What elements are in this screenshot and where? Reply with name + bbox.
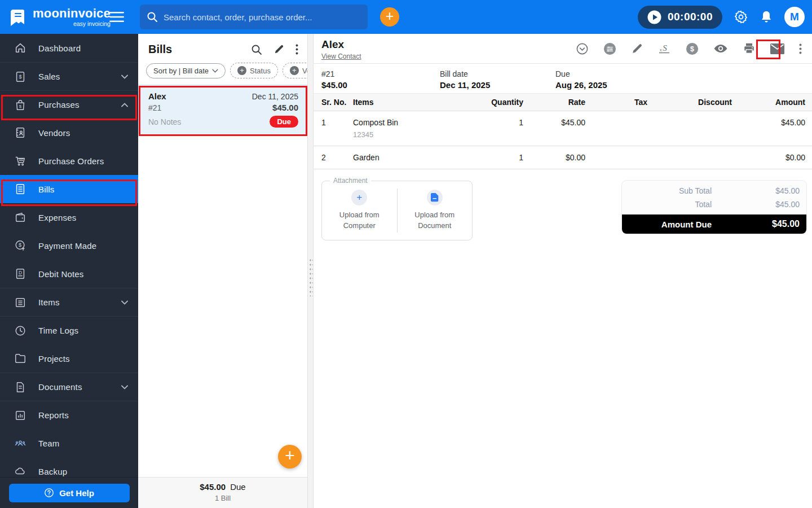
- col-quantity: Quantity: [456, 98, 523, 107]
- cell-item-name: Compost Bin: [353, 118, 456, 127]
- quick-add-button[interactable]: +: [380, 7, 399, 27]
- payment-dollar-icon[interactable]: $: [686, 42, 699, 55]
- app-window: mooninvoice easy invoicing + 00:00:00: [0, 0, 812, 508]
- search-icon: [147, 11, 158, 23]
- footer-bill-count: 1 Bill: [138, 494, 307, 502]
- upload-document-label: Upload from Document: [407, 210, 463, 231]
- bill-list-item[interactable]: Alex Dec 11, 2025 #21 $45.00 No Notes Du…: [138, 84, 307, 134]
- global-search[interactable]: [140, 5, 368, 29]
- drag-grip-icon[interactable]: [308, 257, 313, 296]
- mooninvoice-logo-icon: [8, 7, 27, 27]
- plus-icon: +: [237, 66, 246, 75]
- total-value: $45.00: [732, 200, 800, 209]
- sidebar-item-backup[interactable]: Backup: [0, 457, 138, 477]
- settings-gear-icon[interactable]: [734, 10, 748, 24]
- sidebar-label: Sales: [38, 72, 60, 81]
- sidebar-item-expenses[interactable]: Expenses: [0, 203, 138, 231]
- bill-info-row: #21 $45.00 Bill date Dec 11, 2025 Due Au…: [314, 64, 812, 93]
- sidebar-item-debit-notes[interactable]: D Debit Notes: [0, 260, 138, 288]
- due-status-badge: Due: [270, 116, 298, 128]
- attachment-box: Attachment + Upload from Computer Upload…: [321, 181, 473, 240]
- sidebar-label: Dashboard: [38, 43, 81, 53]
- sort-by-pill[interactable]: Sort by | Bill date: [146, 63, 226, 78]
- sidebar-item-team[interactable]: Team: [0, 429, 138, 457]
- chevron-up-icon: [121, 103, 128, 107]
- cell-amount: $0.00: [732, 153, 805, 162]
- cell-amount: $45.00: [732, 118, 805, 127]
- play-icon[interactable]: [647, 10, 661, 24]
- document-icon: [14, 381, 27, 393]
- clock-icon: [14, 325, 27, 337]
- col-rate: Rate: [523, 98, 585, 107]
- amount-due-label: Amount Due: [629, 220, 732, 229]
- bill-card-date: Dec 11, 2025: [252, 92, 298, 101]
- email-icon[interactable]: [770, 43, 784, 54]
- sidebar-label: Team: [38, 439, 59, 448]
- col-amount: Amount: [732, 98, 805, 107]
- cell-rate: $45.00: [523, 118, 585, 127]
- sidebar-item-payment-made[interactable]: $ Payment Made: [0, 231, 138, 260]
- sidebar-item-purchases[interactable]: $ Purchases: [0, 90, 138, 119]
- col-discount: Discount: [647, 98, 732, 107]
- bills-summary-footer: $45.00Due 1 Bill: [138, 477, 307, 508]
- status-dropdown-icon[interactable]: [576, 42, 589, 55]
- items-table: Sr. No. Items Quantity Rate Tax Discount…: [314, 93, 812, 169]
- sidebar-item-time-logs[interactable]: Time Logs: [0, 316, 138, 344]
- top-header: mooninvoice easy invoicing + 00:00:00: [0, 0, 812, 34]
- sidebar-item-projects[interactable]: Projects: [0, 344, 138, 373]
- cell-rate: $0.00: [523, 153, 585, 162]
- brand-tagline: easy invoicing: [33, 21, 111, 27]
- print-icon[interactable]: [743, 42, 756, 55]
- search-input[interactable]: [164, 12, 361, 22]
- chevron-down-icon: [121, 300, 128, 305]
- status-filter-pill[interactable]: + Status: [230, 63, 278, 78]
- timer-widget[interactable]: 00:00:00: [638, 6, 722, 29]
- svg-text:x: x: [660, 48, 662, 52]
- notifications-bell-icon[interactable]: [760, 10, 773, 24]
- due-date-label: Due: [555, 69, 607, 78]
- sidebar-item-items[interactable]: Items: [0, 288, 138, 316]
- signature-icon[interactable]: Sx: [657, 42, 671, 55]
- bill-amount: $45.00: [321, 80, 440, 90]
- more-menu-icon[interactable]: [799, 43, 802, 54]
- cell-sr: 1: [321, 118, 353, 127]
- bills-panel-title: Bills: [148, 43, 172, 56]
- hamburger-menu-icon[interactable]: [109, 11, 124, 23]
- svg-text:D: D: [19, 270, 22, 275]
- upload-from-computer-button[interactable]: + Upload from Computer: [322, 190, 397, 231]
- edit-pencil-icon[interactable]: [631, 43, 643, 55]
- list-search-icon[interactable]: [251, 44, 262, 55]
- plus-icon: +: [290, 66, 299, 75]
- sidebar-item-documents[interactable]: Documents: [0, 373, 138, 401]
- sidebar-item-reports[interactable]: Reports: [0, 401, 138, 429]
- sidebar-item-bills[interactable]: Bills: [0, 175, 138, 203]
- brand-logo[interactable]: mooninvoice easy invoicing: [0, 7, 105, 27]
- wallet-icon: [14, 211, 27, 224]
- adjustments-tune-icon[interactable]: [603, 42, 616, 55]
- list-edit-pencil-icon[interactable]: [273, 44, 284, 55]
- help-icon: [44, 488, 54, 498]
- totals-card: Sub Total $45.00 Total $45.00 Amount Due…: [622, 181, 806, 234]
- sidebar-label: Reports: [38, 410, 69, 420]
- add-bill-button[interactable]: +: [278, 445, 302, 468]
- panel-resize-divider[interactable]: [307, 34, 314, 508]
- svg-text:$: $: [19, 74, 21, 80]
- col-sr-no: Sr. No.: [321, 98, 353, 107]
- sidebar-item-dashboard[interactable]: Dashboard: [0, 34, 138, 62]
- sidebar-label: Debit Notes: [38, 269, 84, 279]
- get-help-button[interactable]: Get Help: [9, 484, 130, 502]
- table-row[interactable]: 1 Compost Bin 12345 1 $45.00 $45.00: [314, 111, 812, 146]
- vendor-filter-pill[interactable]: + Vend: [283, 63, 307, 78]
- sidebar-item-sales[interactable]: $ Sales: [0, 62, 138, 90]
- upload-from-document-button[interactable]: Upload from Document: [398, 190, 473, 231]
- sidebar-footer: Get Help: [0, 477, 138, 508]
- preview-eye-icon[interactable]: [713, 43, 728, 54]
- bills-filter-row: Sort by | Bill date + Status + Vend: [138, 62, 307, 84]
- sidebar-item-purchase-orders[interactable]: Purchase Orders: [0, 147, 138, 175]
- sidebar-item-vendors[interactable]: Vendors: [0, 119, 138, 147]
- list-more-menu-icon[interactable]: [295, 44, 298, 55]
- user-avatar[interactable]: M: [784, 7, 805, 27]
- view-contact-link[interactable]: View Contact: [321, 52, 361, 60]
- bill-card-amount: $45.00: [272, 103, 298, 112]
- table-row[interactable]: 2 Garden 1 $0.00 $0.00: [314, 146, 812, 169]
